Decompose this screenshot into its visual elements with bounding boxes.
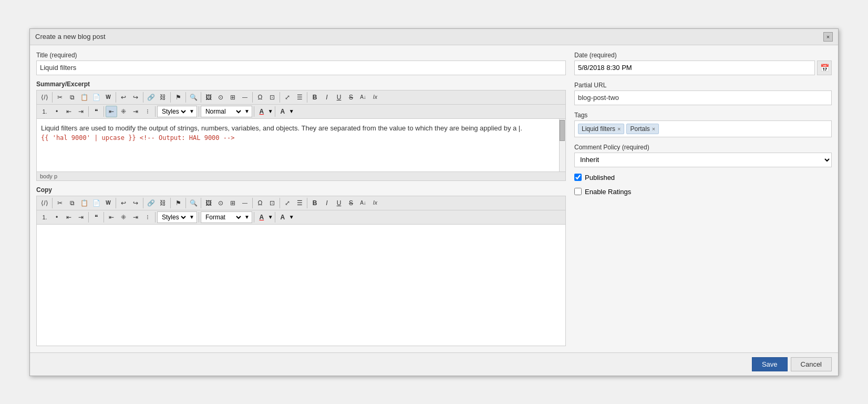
- copy-flash-btn[interactable]: ⊙: [215, 197, 226, 209]
- bold-btn[interactable]: B: [309, 92, 321, 103]
- redo-btn[interactable]: ↪: [130, 92, 141, 103]
- link-btn[interactable]: 🔗: [145, 92, 157, 103]
- copy-editor-content[interactable]: [37, 225, 565, 346]
- copy-btn[interactable]: ⧉: [66, 92, 78, 103]
- find-btn[interactable]: 🔍: [188, 92, 199, 103]
- image-btn[interactable]: 🖼: [203, 92, 214, 103]
- underline-btn[interactable]: U: [333, 92, 345, 103]
- paste-text-btn[interactable]: 📄: [90, 92, 102, 103]
- undo-btn[interactable]: ↩: [118, 92, 129, 103]
- copy-indent-btn[interactable]: ⇥: [75, 211, 87, 223]
- superscript-btn[interactable]: Ix: [369, 92, 381, 103]
- close-button[interactable]: ×: [823, 32, 833, 42]
- format-dropdown-1[interactable]: Normal Heading 1 Heading 2 Heading 3 ▼: [201, 106, 252, 117]
- cut-btn[interactable]: ✂: [54, 92, 66, 103]
- align-center-btn[interactable]: ⁜: [118, 106, 129, 117]
- copy-redo-btn[interactable]: ↪: [130, 197, 141, 209]
- table-btn[interactable]: ⊞: [227, 92, 239, 103]
- styles-dropdown-1[interactable]: Styles ▼: [157, 106, 197, 117]
- subscript-btn[interactable]: A↓: [357, 92, 369, 103]
- summary-scrollbar[interactable]: [559, 119, 565, 171]
- copy-align-right-btn[interactable]: ⇥: [130, 211, 141, 223]
- copy-unlink-btn[interactable]: ⛓: [157, 197, 169, 209]
- copy-bg-color-dropdown[interactable]: ▼: [289, 214, 294, 220]
- bg-color-btn-1[interactable]: A: [277, 106, 288, 117]
- styles-select-1[interactable]: Styles: [160, 107, 188, 116]
- fullscreen-btn[interactable]: ⤢: [282, 92, 293, 103]
- copy-subscript-btn[interactable]: A↓: [357, 197, 369, 209]
- copy-ol-btn[interactable]: 1.: [39, 211, 50, 223]
- copy-text-color-dropdown[interactable]: ▼: [268, 214, 273, 220]
- copy-image-btn[interactable]: 🖼: [203, 197, 214, 209]
- copy-cut-btn[interactable]: ✂: [54, 197, 66, 209]
- partial-url-input[interactable]: [574, 90, 832, 105]
- date-input[interactable]: [574, 60, 815, 75]
- paste-btn[interactable]: 📋: [78, 92, 90, 103]
- special-char-btn[interactable]: Ω: [254, 92, 266, 103]
- copy-find-btn[interactable]: 🔍: [188, 197, 199, 209]
- outdent-btn[interactable]: ⇤: [63, 106, 75, 117]
- copy-iframe-btn[interactable]: ⊡: [266, 197, 278, 209]
- tags-box[interactable]: Liquid filters × Portals ×: [574, 120, 832, 137]
- copy-styles-dropdown[interactable]: Styles ▼: [157, 211, 197, 223]
- copy-flag-btn[interactable]: ⚑: [172, 197, 184, 209]
- strikethrough-btn[interactable]: S: [345, 92, 357, 103]
- unlink-btn[interactable]: ⛓: [157, 92, 169, 103]
- copy-outdent-btn[interactable]: ⇤: [63, 211, 75, 223]
- copy-hr-btn[interactable]: —: [239, 197, 251, 209]
- flag-btn[interactable]: ⚑: [172, 92, 184, 103]
- copy-blockquote-btn[interactable]: ❝: [90, 211, 102, 223]
- copy-ul-btn[interactable]: •: [51, 211, 63, 223]
- flash-btn[interactable]: ⊙: [215, 92, 226, 103]
- summary-scroll-thumb[interactable]: [560, 120, 565, 141]
- align-left-btn[interactable]: ⇤: [106, 106, 117, 117]
- blockquote-btn[interactable]: ❝: [90, 106, 102, 117]
- copy-undo-btn[interactable]: ↩: [118, 197, 129, 209]
- align-justify-btn[interactable]: ⁝: [142, 106, 153, 117]
- source-btn[interactable]: ⟨/⟩: [39, 92, 50, 103]
- copy-paste-btn[interactable]: 📋: [78, 197, 90, 209]
- copy-fullscreen-btn[interactable]: ⤢: [282, 197, 293, 209]
- text-color-btn-1[interactable]: A: [256, 106, 267, 117]
- copy-link-btn[interactable]: 🔗: [145, 197, 157, 209]
- indent-btn[interactable]: ⇥: [75, 106, 87, 117]
- hr-btn[interactable]: —: [239, 92, 251, 103]
- copy-text-color-btn[interactable]: A: [256, 211, 267, 223]
- tag-remove-liquid[interactable]: ×: [617, 126, 621, 132]
- copy-special-char-btn[interactable]: Ω: [254, 197, 266, 209]
- copy-align-justify-btn[interactable]: ⁝: [142, 211, 153, 223]
- copy-underline-btn[interactable]: U: [333, 197, 345, 209]
- copy-source-btn[interactable]: ⟨/⟩: [39, 197, 50, 209]
- copy-copy-btn[interactable]: ⧉: [66, 197, 78, 209]
- save-button[interactable]: Save: [752, 357, 788, 371]
- cancel-button[interactable]: Cancel: [791, 357, 832, 371]
- layer-btn[interactable]: ☰: [294, 92, 305, 103]
- copy-align-left-btn[interactable]: ⇤: [106, 211, 117, 223]
- unordered-list-btn[interactable]: •: [51, 106, 63, 117]
- copy-strikethrough-btn[interactable]: S: [345, 197, 357, 209]
- paste-word-btn[interactable]: W: [102, 92, 114, 103]
- copy-format-dropdown[interactable]: Format Normal Heading 1 ▼: [201, 211, 252, 223]
- copy-superscript-btn[interactable]: Ix: [369, 197, 381, 209]
- comment-policy-select[interactable]: Inherit Open Closed Moderated: [574, 153, 832, 167]
- align-right-btn[interactable]: ⇥: [130, 106, 141, 117]
- copy-italic-btn[interactable]: I: [321, 197, 333, 209]
- copy-bg-color-btn[interactable]: A: [277, 211, 288, 223]
- copy-table-btn[interactable]: ⊞: [227, 197, 239, 209]
- tag-remove-portals[interactable]: ×: [652, 126, 655, 132]
- enable-ratings-checkbox[interactable]: [574, 188, 582, 195]
- text-color-dropdown-1[interactable]: ▼: [268, 108, 273, 114]
- title-input[interactable]: [36, 60, 566, 75]
- summary-editor-content[interactable]: Liquid filters are used to modify the ou…: [37, 119, 565, 171]
- copy-layer-btn[interactable]: ☰: [294, 197, 305, 209]
- copy-styles-select[interactable]: Styles: [160, 213, 188, 221]
- bg-color-dropdown-1[interactable]: ▼: [289, 108, 294, 114]
- copy-paste-word-btn[interactable]: W: [102, 197, 114, 209]
- copy-paste-text-btn[interactable]: 📄: [90, 197, 102, 209]
- calendar-button[interactable]: 📅: [817, 60, 832, 75]
- copy-format-select[interactable]: Format Normal Heading 1: [203, 213, 243, 221]
- published-checkbox[interactable]: [574, 174, 582, 181]
- copy-bold-btn[interactable]: B: [309, 197, 321, 209]
- iframe-btn[interactable]: ⊡: [266, 92, 278, 103]
- italic-btn[interactable]: I: [321, 92, 333, 103]
